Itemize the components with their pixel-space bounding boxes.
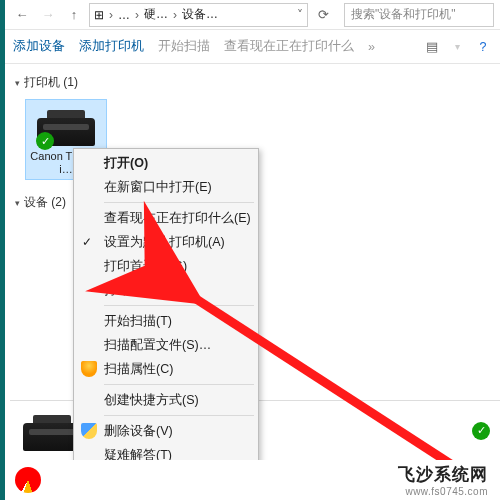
cm-open[interactable]: 打开(O) — [76, 151, 256, 175]
crumb-devices[interactable]: 设备… — [182, 6, 218, 23]
cm-create-shortcut[interactable]: 创建快捷方式(S) — [76, 388, 256, 412]
shield-icon — [81, 361, 97, 377]
help-icon[interactable]: ? — [474, 38, 492, 56]
chevron-down-icon: ▾ — [15, 198, 20, 208]
cm-printer-properties[interactable]: 打印机属性(P) — [76, 278, 256, 302]
menu-separator — [104, 202, 254, 203]
cm-set-default[interactable]: ✓ 设置为默认打印机(A) — [76, 230, 256, 254]
addr-root-icon: ⊞ — [94, 8, 104, 22]
group-devices-label: 设备 (2) — [24, 194, 66, 211]
group-printers[interactable]: ▾ 打印机 (1) — [15, 70, 490, 95]
search-placeholder: 搜索"设备和打印机" — [351, 6, 456, 23]
nav-back-icon[interactable]: ← — [11, 4, 33, 26]
add-printer-button[interactable]: 添加打印机 — [79, 38, 144, 55]
address-crumbs[interactable]: ⊞ › … › 硬… › 设备… ˅ — [89, 3, 308, 27]
menu-separator — [104, 384, 254, 385]
cm-start-scan[interactable]: 开始扫描(T) — [76, 309, 256, 333]
search-input[interactable]: 搜索"设备和打印机" — [344, 3, 494, 27]
menu-separator — [104, 305, 254, 306]
check-icon: ✓ — [82, 235, 92, 249]
brand-url: www.fs0745.com — [398, 486, 488, 497]
add-device-button[interactable]: 添加设备 — [13, 38, 65, 55]
brand-logo-icon — [15, 467, 41, 493]
default-check-icon: ✓ — [36, 132, 54, 150]
context-menu: 打开(O) 在新窗口中打开(E) 查看现在正在打印什么(E) ✓ 设置为默认打印… — [73, 148, 259, 500]
see-printing-button[interactable]: 查看现在正在打印什么 — [224, 38, 354, 55]
brand-name: 飞沙系统网 — [398, 463, 488, 486]
addr-dropdown-icon[interactable]: ˅ — [297, 8, 303, 22]
view-icon[interactable]: ▤ — [423, 38, 441, 56]
cm-see-printing[interactable]: 查看现在正在打印什么(E) — [76, 206, 256, 230]
cm-scan-profiles[interactable]: 扫描配置文件(S)… — [76, 333, 256, 357]
chevron-down-icon: ▾ — [15, 78, 20, 88]
cm-remove-device[interactable]: 删除设备(V) — [76, 419, 256, 443]
printer-icon: ✓ — [34, 104, 98, 148]
nav-up-icon[interactable]: ↑ — [63, 4, 85, 26]
status-ok-icon: ✓ — [472, 422, 490, 440]
cm-scan-properties[interactable]: 扫描属性(C) — [76, 357, 256, 381]
crumb-hardware[interactable]: 硬… — [144, 6, 168, 23]
toolbar: 添加设备 添加打印机 开始扫描 查看现在正在打印什么 » ▤ ▾ ? — [5, 30, 500, 64]
menu-separator — [104, 415, 254, 416]
start-scan-button[interactable]: 开始扫描 — [158, 38, 210, 55]
cm-open-new-window[interactable]: 在新窗口中打开(E) — [76, 175, 256, 199]
chevron-right-icon: › — [170, 8, 180, 22]
refresh-icon[interactable]: ⟳ — [312, 4, 334, 26]
watermark-footer: 飞沙系统网 www.fs0745.com — [5, 460, 500, 500]
chevron-right-icon: › — [106, 8, 116, 22]
toolbar-overflow-icon[interactable]: » — [368, 40, 375, 54]
shield-icon — [81, 423, 97, 439]
group-printers-label: 打印机 (1) — [24, 74, 78, 91]
chevron-right-icon: › — [132, 8, 142, 22]
nav-fwd-icon: → — [37, 4, 59, 26]
cm-printing-preferences[interactable]: 打印首选项(G) — [76, 254, 256, 278]
